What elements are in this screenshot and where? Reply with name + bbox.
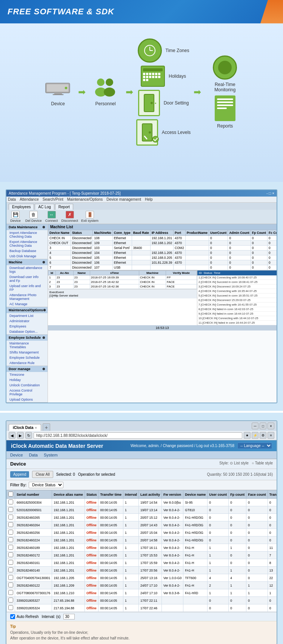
minimize-btn[interactable]: ─ bbox=[252, 423, 258, 429]
btn-device[interactable]: 💾 Device bbox=[9, 211, 22, 223]
sidebar-dept[interactable]: Department List bbox=[6, 313, 48, 318]
table-row: CHECK IN Disconnected 108 Ethernet 192.1… bbox=[48, 236, 277, 241]
sidebar-usb[interactable]: Usb Disk Manage bbox=[6, 254, 48, 259]
browser-tab-iclock[interactable]: iClock Data × bbox=[9, 424, 41, 431]
sidebar-emp-schedule[interactable]: Employee Schedule bbox=[6, 355, 48, 360]
device-check[interactable] bbox=[7, 582, 15, 589]
event-machine: CHECK IN bbox=[139, 275, 166, 280]
sidebar-export[interactable]: Export Attendance Checking Data bbox=[6, 239, 48, 248]
btn-disconnect-label: Disconnect bbox=[62, 219, 78, 223]
win-menubar: Data Attendance Search/Print Maintenance… bbox=[6, 197, 277, 203]
device-check[interactable] bbox=[7, 574, 15, 582]
sidebar-holiday[interactable]: Holiday bbox=[6, 377, 48, 383]
cell-admin: 0 bbox=[228, 251, 251, 255]
language-select[interactable]: -- Language -- bbox=[237, 443, 272, 449]
sidebar-import[interactable]: Import Attendance Checking Data bbox=[6, 230, 48, 239]
device-fp: 1 bbox=[229, 582, 246, 589]
sidebar-dl-logs[interactable]: Download attendance logs bbox=[6, 265, 48, 274]
select-all-checkbox[interactable] bbox=[8, 492, 13, 496]
menu-attendance[interactable]: Attendance bbox=[20, 197, 39, 201]
device-check[interactable] bbox=[7, 536, 15, 544]
sidebar-db-option[interactable]: Database Option... bbox=[6, 329, 48, 334]
svg-point-4 bbox=[65, 87, 67, 89]
device-check[interactable] bbox=[7, 529, 15, 536]
clear-all-button[interactable]: Clear All bbox=[32, 471, 53, 478]
log-item: 5.[CHECK IN] Succeed in conn 16:35:51 07… bbox=[197, 294, 277, 298]
cell-users: 0 bbox=[209, 251, 228, 255]
star-icon[interactable]: ★ bbox=[244, 432, 251, 439]
tab-ac-log[interactable]: AC Log bbox=[35, 204, 54, 210]
maximize-btn[interactable]: □ bbox=[260, 423, 266, 429]
menu-maintenance[interactable]: Maintenance/Options bbox=[67, 197, 103, 201]
cell-status: Disconnected bbox=[71, 246, 93, 251]
settings-icon[interactable]: ⚙ bbox=[260, 432, 266, 439]
device-check[interactable] bbox=[7, 499, 15, 506]
lightning-icon[interactable]: ⚡ bbox=[252, 432, 258, 439]
sidebar-dl-user[interactable]: Download user info and Fp bbox=[6, 274, 48, 283]
sidebar-timezone[interactable]: Timezone bbox=[6, 372, 48, 377]
refresh-btn[interactable]: ↻ bbox=[25, 432, 32, 439]
filter-select[interactable]: Device Status bbox=[29, 482, 63, 488]
tab-report[interactable]: Report bbox=[55, 204, 73, 210]
sidebar-ac[interactable]: AC Manage bbox=[6, 301, 48, 307]
sidebar-ul-user[interactable]: Upload user info and FP bbox=[6, 283, 48, 292]
device-serial: 52031820006501 bbox=[15, 506, 52, 514]
forward-btn[interactable]: ▶ bbox=[17, 432, 24, 439]
auto-refresh-checkbox[interactable] bbox=[10, 614, 15, 619]
log-item: 9.[CHECK IN] failed in conn 16:44:10 07-… bbox=[197, 312, 277, 316]
device-check[interactable] bbox=[7, 544, 15, 552]
sidebar-unlock[interactable]: Unlock Combination bbox=[6, 383, 48, 388]
device-check[interactable] bbox=[7, 597, 15, 604]
device-fw: Ver 8.0.4-2- bbox=[161, 536, 183, 544]
menu-search[interactable]: Search/Print bbox=[43, 197, 63, 201]
btn-connect[interactable]: ↔ Connect bbox=[45, 211, 58, 223]
btn-exit[interactable]: 🚪 Exit system bbox=[81, 211, 98, 223]
menu-help[interactable]: Help bbox=[145, 197, 153, 201]
sidebar-backup[interactable]: Backup Database bbox=[6, 248, 48, 254]
sidebar-shifts[interactable]: Shifts Management bbox=[6, 350, 48, 355]
back-btn[interactable]: ◀ bbox=[9, 432, 15, 439]
device-check[interactable] bbox=[7, 552, 15, 559]
menu-data[interactable]: Data bbox=[8, 197, 16, 201]
btn-disconnect[interactable]: ✗ Disconnect bbox=[62, 211, 78, 223]
nav-device[interactable]: Device bbox=[10, 453, 23, 457]
iclock-logo: iClock Automatic Data Master Server bbox=[11, 443, 103, 449]
menu-device-mgmt[interactable]: Device management bbox=[106, 197, 141, 201]
cell-fp: 0 bbox=[251, 241, 267, 246]
interval-input[interactable]: 30 bbox=[63, 614, 75, 619]
close-btn[interactable]: × bbox=[268, 423, 274, 429]
device-check[interactable] bbox=[7, 559, 15, 567]
device-check[interactable] bbox=[7, 514, 15, 521]
win-controls[interactable]: - □ × bbox=[266, 191, 274, 195]
browser-tabs: iClock Data × + ─ □ × bbox=[6, 421, 277, 431]
cell-baud bbox=[132, 265, 150, 270]
sidebar-admin[interactable]: Administrator bbox=[6, 318, 48, 324]
device-status: Offline bbox=[85, 521, 98, 529]
device-check[interactable] bbox=[7, 604, 15, 612]
cell-users: 0 bbox=[209, 241, 228, 246]
sidebar-employees[interactable]: Employees bbox=[6, 324, 48, 329]
menu-icon[interactable]: ≡ bbox=[268, 432, 274, 439]
device-check[interactable] bbox=[7, 567, 15, 574]
tab-employees[interactable]: Employees bbox=[9, 204, 34, 210]
append-button[interactable]: Append bbox=[10, 471, 29, 478]
address-input[interactable]: http://192.168.1.88:8082/iclock/data/icl… bbox=[34, 432, 242, 439]
nav-system[interactable]: System bbox=[44, 453, 58, 457]
btn-del-device[interactable]: 🗑 Del Device bbox=[25, 211, 42, 223]
new-tab-btn[interactable]: + bbox=[43, 423, 50, 431]
device-last: 24/07 17:10 bbox=[138, 582, 161, 589]
cell-conn: Ethernet bbox=[112, 255, 132, 260]
browser-addressbar: ◀ ▶ ↻ http://192.168.1.88:8082/iclock/da… bbox=[6, 431, 277, 440]
quantity-text: Quantity: 50 100 150 200 1-16(total 16) bbox=[207, 472, 273, 476]
device-users: 0 bbox=[208, 597, 229, 604]
tab-close[interactable]: × bbox=[35, 426, 37, 430]
device-check[interactable] bbox=[7, 521, 15, 529]
nav-data[interactable]: Data bbox=[29, 453, 38, 457]
sidebar-upload-opts[interactable]: Upload Options bbox=[6, 397, 48, 402]
sidebar-att-rule[interactable]: Attendance Rule bbox=[6, 360, 48, 366]
sidebar-photo[interactable]: Attendance Photo Management bbox=[6, 292, 48, 301]
device-check[interactable] bbox=[7, 589, 15, 597]
device-check[interactable] bbox=[7, 506, 15, 514]
sidebar-timetables[interactable]: Maintenance Timetables bbox=[6, 341, 48, 350]
sidebar-access-ctrl[interactable]: Access Control Privilege bbox=[6, 388, 48, 397]
